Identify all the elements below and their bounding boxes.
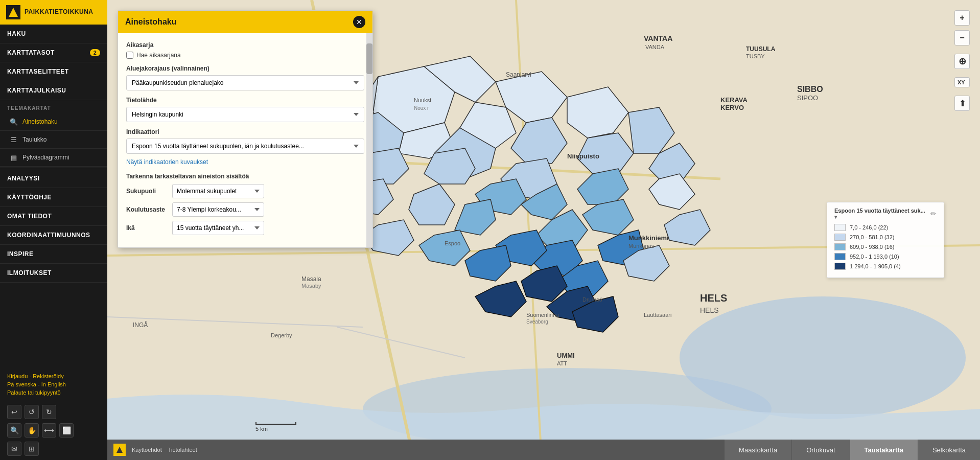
tab-selkokartta[interactable]: Selkokartta — [918, 440, 980, 460]
svg-text:Sveaborg: Sveaborg — [526, 319, 548, 325]
tab-ortokuvat[interactable]: Ortokuvat — [791, 440, 849, 460]
in-english-link[interactable]: In English — [41, 381, 66, 387]
sidebar-item-pylvasdiagrammi[interactable]: ▤ Pylväsdiagrammi — [0, 149, 107, 167]
tietolahteet-link[interactable]: Tietolähteet — [168, 447, 197, 453]
svg-text:ATT: ATT — [557, 360, 567, 366]
legend-item-4: 952,0 - 1 193,0 (10) — [834, 253, 937, 260]
svg-text:Nuuksi: Nuuksi — [414, 97, 431, 103]
tool-grid[interactable]: ⊞ — [25, 442, 39, 456]
sidebar-logo: PAIKKATIETOIKKUNA — [0, 0, 107, 25]
panel-body: Aikasarja Hae aikasarjana Aluejakorajaus… — [118, 33, 372, 247]
map-container[interactable]: VANTAA VANDA KERAVA KERVO SIBBO SIPOO TU… — [107, 0, 980, 460]
rekisteroidy-link[interactable]: Rekisteröidy — [33, 373, 64, 379]
sukupuoli-label: Sukupuoli — [126, 188, 167, 195]
svg-text:KERVO: KERVO — [720, 104, 744, 111]
xy-button[interactable]: XY — [954, 77, 970, 87]
svg-text:Munkkiniemi: Munkkiniemi — [628, 234, 669, 242]
scale-bar: 5 km — [255, 422, 296, 432]
tool-mail[interactable]: ✉ — [7, 442, 21, 456]
koulutusaste-row: Koulutusaste 7-8 Ylempi korkeakou... — [126, 202, 364, 217]
legend-swatch-2 — [834, 234, 846, 241]
svg-text:Espoo: Espoo — [445, 240, 460, 246]
sidebar-item-inspire[interactable]: INSPIRE — [0, 245, 107, 264]
svg-marker-83 — [116, 447, 123, 453]
sidebar-item-karttajulkaisu[interactable]: KARTTAJULKAISU — [0, 81, 107, 100]
koulutusaste-select[interactable]: 7-8 Ylempi korkeakou... — [172, 202, 264, 217]
tool-undo[interactable]: ↺ — [25, 405, 39, 419]
logo-icon — [6, 5, 20, 19]
tab-maastokartta[interactable]: Maastokartta — [724, 440, 791, 460]
tietolahde-select[interactable]: Helsingin kaupunki — [126, 107, 364, 122]
indikaattori-select[interactable]: Espoon 15 vuotta täyttäneet sukupuolen, … — [126, 139, 364, 154]
sidebar-item-aineistohaku[interactable]: 🔍 Aineistohaku — [0, 113, 107, 131]
ika-row: Ikä 15 vuotta täyttäneet yh... — [126, 221, 364, 235]
legend-range-1: 7,0 - 246,0 (22) — [850, 224, 888, 231]
ika-label: Ikä — [126, 224, 167, 232]
svg-text:Saanjarvi: Saanjarvi — [506, 71, 531, 78]
tool-window[interactable]: ⬜ — [59, 423, 74, 438]
tarkenna-label: Tarkenna tarkasteltavan aineiston sisält… — [126, 173, 364, 180]
teemakartat-label: TEEMAKARTAT — [0, 100, 107, 113]
sidebar-item-analyysi[interactable]: ANALYYSI — [0, 169, 107, 188]
legend-title-select[interactable]: Espoon 15 vuotta täyttäneet suk... — [834, 208, 925, 214]
kyttoehdot-link[interactable]: Käyttöehdot — [132, 447, 162, 453]
sidebar-item-karttaselitteet[interactable]: KARTTASELITTEET — [0, 62, 107, 81]
scrollbar-thumb[interactable] — [366, 43, 372, 74]
sidebar-item-kayttoohje[interactable]: KÄYTTÖOHJE — [0, 188, 107, 207]
svg-text:VANTAA: VANTAA — [644, 34, 672, 42]
scale-text: 5 km — [255, 426, 268, 432]
aikasarja-checkbox-row: Hae aikasarjana — [126, 52, 364, 59]
svg-text:UMMI: UMMI — [557, 352, 575, 359]
aineistohaku-panel: Aineistohaku ✕ Aikasarja Hae aikasarjana… — [118, 10, 373, 248]
svg-text:TUUSULA: TUUSULA — [746, 45, 776, 53]
legend-item-1: 7,0 - 246,0 (22) — [834, 224, 937, 231]
tool-redo[interactable]: ↻ — [42, 405, 56, 419]
tool-undo-back[interactable]: ↩ — [7, 405, 21, 419]
sidebar-tools: ↩ ↺ ↻ — [0, 401, 107, 423]
legend-edit-button[interactable]: ✏ — [930, 210, 937, 218]
tool-zoom-select[interactable]: 🔍 — [7, 423, 21, 438]
panel-close-button[interactable]: ✕ — [353, 16, 365, 28]
sidebar-item-taulukko[interactable]: ☰ Taulukko — [0, 131, 107, 149]
indicator-link[interactable]: Näytä indikaatorien kuvaukset — [126, 158, 208, 166]
sidebar-item-karttatasot[interactable]: KARTTATASOT 2 — [0, 43, 107, 62]
tab-taustakartta[interactable]: Taustakartta — [850, 440, 918, 460]
svg-text:HELS: HELS — [700, 292, 727, 304]
tool-pan[interactable]: ✋ — [25, 423, 39, 438]
sukupuoli-row: Sukupuoli Molemmat sukupuolet — [126, 184, 364, 198]
svg-text:Masaby: Masaby — [301, 283, 321, 289]
aikasarja-checkbox-label[interactable]: Hae aikasarjana — [136, 52, 181, 59]
koulutusaste-label: Koulutusaste — [126, 206, 167, 213]
legend-item-3: 609,0 - 938,0 (16) — [834, 243, 937, 250]
sukupuoli-select[interactable]: Molemmat sukupuolet — [172, 184, 264, 198]
svg-text:KERAVA: KERAVA — [720, 96, 748, 104]
palaute-link[interactable]: Palaute tai tukipyyntö — [7, 389, 61, 396]
svg-text:HELS: HELS — [700, 306, 719, 314]
compass-button[interactable]: ⬆ — [954, 96, 970, 111]
legend-swatch-4 — [834, 253, 846, 260]
sidebar-item-ilmoitukset[interactable]: ILMOITUKSET — [0, 264, 107, 283]
pa-svenska-link[interactable]: På svenska — [7, 381, 36, 387]
bottom-bar: Käyttöehdot Tietolähteet Maastokartta Or… — [107, 440, 980, 460]
sidebar-item-haku[interactable]: HAKU — [0, 25, 107, 43]
sidebar-tools-2: 🔍 ✋ ⟷ ⬜ — [0, 423, 107, 442]
zoom-out-button[interactable]: − — [954, 30, 970, 45]
aluejakorajaus-select[interactable]: Pääkaupunkiseudun pienaluejako — [126, 75, 364, 90]
tool-measure[interactable]: ⟷ — [42, 423, 56, 438]
legend-swatch-1 — [834, 224, 846, 231]
zoom-in-button[interactable]: + — [954, 10, 970, 26]
legend-swatch-3 — [834, 243, 846, 250]
table-icon: ☰ — [9, 135, 18, 144]
sidebar: PAIKKATIETOIKKUNA HAKU KARTTATASOT 2 KAR… — [0, 0, 107, 460]
panel-title: Aineistohaku — [125, 17, 176, 27]
ika-select[interactable]: 15 vuotta täyttäneet yh... — [172, 221, 264, 235]
kirjaudu-link[interactable]: Kirjaudu — [7, 373, 28, 379]
scale-line — [255, 422, 296, 425]
svg-text:Lauttasaari: Lauttasaari — [644, 312, 671, 318]
gps-button[interactable]: ⊕ — [954, 54, 970, 69]
ctrl-sep-3 — [954, 89, 970, 94]
aikasarja-checkbox[interactable] — [126, 52, 133, 59]
sidebar-item-omat-tiedot[interactable]: OMAT TIEDOT — [0, 207, 107, 226]
panel-scrollbar[interactable] — [366, 33, 372, 247]
sidebar-item-koordinaattimuunnos[interactable]: KOORDINAATTIMUUNNOS — [0, 226, 107, 245]
